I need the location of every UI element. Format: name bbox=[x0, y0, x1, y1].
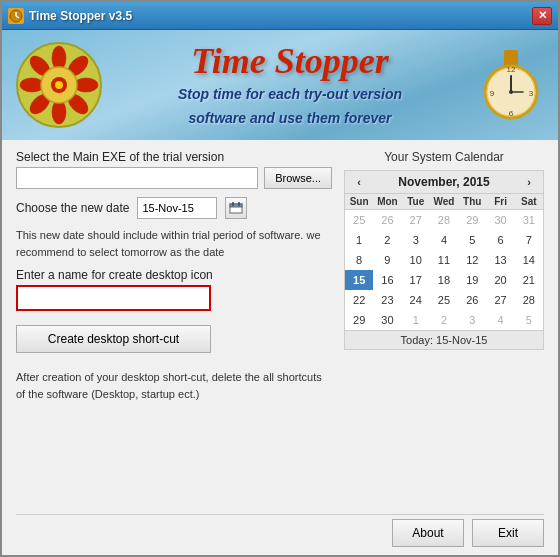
cal-cell[interactable]: 3 bbox=[458, 310, 486, 330]
exit-button[interactable]: Exit bbox=[472, 519, 544, 547]
content-area: Select the Main EXE of the trial version… bbox=[2, 140, 558, 514]
date-section: Choose the new date bbox=[16, 197, 332, 219]
cal-day-wed: Wed bbox=[430, 194, 458, 209]
cal-cell[interactable]: 3 bbox=[402, 230, 430, 250]
cal-cell[interactable]: 9 bbox=[373, 250, 401, 270]
cal-day-mon: Mon bbox=[373, 194, 401, 209]
cal-cell[interactable]: 25 bbox=[430, 290, 458, 310]
cal-cell[interactable]: 19 bbox=[458, 270, 486, 290]
cal-cell[interactable]: 5 bbox=[458, 230, 486, 250]
cal-cell[interactable]: 13 bbox=[486, 250, 514, 270]
cal-cell[interactable]: 18 bbox=[430, 270, 458, 290]
calendar-grid: 2526272829303112345678910111213141516171… bbox=[345, 210, 543, 330]
cal-month-year: November, 2015 bbox=[398, 175, 489, 189]
cal-cell[interactable]: 28 bbox=[430, 210, 458, 230]
cal-today-bar: Today: 15-Nov-15 bbox=[345, 330, 543, 349]
cal-cell[interactable]: 2 bbox=[430, 310, 458, 330]
cal-cell[interactable]: 26 bbox=[373, 210, 401, 230]
titlebar-left: Time Stopper v3.5 bbox=[8, 8, 132, 24]
banner-subtitle-2: software and use them forever bbox=[114, 109, 466, 129]
close-button[interactable]: ✕ bbox=[532, 7, 552, 25]
cal-cell[interactable]: 27 bbox=[486, 290, 514, 310]
date-input[interactable] bbox=[137, 197, 217, 219]
cal-day-tue: Tue bbox=[402, 194, 430, 209]
date-cal-button[interactable] bbox=[225, 197, 247, 219]
cal-cell[interactable]: 26 bbox=[458, 290, 486, 310]
svg-text:6: 6 bbox=[509, 109, 514, 118]
cal-cell[interactable]: 10 bbox=[402, 250, 430, 270]
icon-name-section: Enter a name for create desktop icon bbox=[16, 268, 332, 311]
cal-day-thu: Thu bbox=[458, 194, 486, 209]
titlebar-title: Time Stopper v3.5 bbox=[29, 9, 132, 23]
file-row: Browse... bbox=[16, 167, 332, 189]
cal-cell[interactable]: 1 bbox=[345, 230, 373, 250]
cal-cell[interactable]: 24 bbox=[402, 290, 430, 310]
svg-text:3: 3 bbox=[529, 89, 534, 98]
exe-section: Select the Main EXE of the trial version… bbox=[16, 150, 332, 189]
bottom-info-text: After creation of your desktop short-cut… bbox=[16, 369, 332, 402]
calendar: ‹ November, 2015 › Sun Mon Tue Wed Thu F… bbox=[344, 170, 544, 350]
create-shortcut-button[interactable]: Create desktop short-cut bbox=[16, 325, 211, 353]
main-window: Time Stopper v3.5 ✕ bbox=[0, 0, 560, 557]
cal-cell[interactable]: 14 bbox=[515, 250, 543, 270]
cal-cell[interactable]: 16 bbox=[373, 270, 401, 290]
svg-text:9: 9 bbox=[490, 89, 495, 98]
calendar-section: Your System Calendar ‹ November, 2015 › … bbox=[344, 150, 544, 350]
cal-cell[interactable]: 7 bbox=[515, 230, 543, 250]
cal-cell[interactable]: 29 bbox=[345, 310, 373, 330]
left-panel: Select the Main EXE of the trial version… bbox=[16, 150, 332, 504]
bottom-buttons: About Exit bbox=[2, 515, 558, 555]
cal-cell[interactable]: 29 bbox=[458, 210, 486, 230]
exe-input[interactable] bbox=[16, 167, 258, 189]
cal-cell[interactable]: 30 bbox=[373, 310, 401, 330]
cal-cell[interactable]: 5 bbox=[515, 310, 543, 330]
svg-point-24 bbox=[509, 90, 513, 94]
date-info-text: This new date should include within tria… bbox=[16, 227, 332, 260]
banner-text: Time Stopper Stop time for each try-out … bbox=[104, 42, 476, 129]
cal-cell[interactable]: 20 bbox=[486, 270, 514, 290]
about-button[interactable]: About bbox=[392, 519, 464, 547]
cal-cell[interactable]: 31 bbox=[515, 210, 543, 230]
cal-prev-button[interactable]: ‹ bbox=[351, 176, 367, 188]
banner-logo bbox=[14, 40, 104, 130]
cal-cell[interactable]: 4 bbox=[430, 230, 458, 250]
banner-title: Time Stopper bbox=[114, 42, 466, 82]
calendar-header: ‹ November, 2015 › bbox=[345, 171, 543, 194]
cal-days-header: Sun Mon Tue Wed Thu Fri Sat bbox=[345, 194, 543, 210]
browse-button[interactable]: Browse... bbox=[264, 167, 332, 189]
cal-cell[interactable]: 23 bbox=[373, 290, 401, 310]
exe-label: Select the Main EXE of the trial version bbox=[16, 150, 332, 164]
cal-cell[interactable]: 6 bbox=[486, 230, 514, 250]
svg-point-14 bbox=[55, 81, 63, 89]
cal-cell[interactable]: 25 bbox=[345, 210, 373, 230]
banner-clock-icon: 12 3 6 9 bbox=[476, 50, 546, 120]
cal-cell[interactable]: 8 bbox=[345, 250, 373, 270]
cal-day-sun: Sun bbox=[345, 194, 373, 209]
svg-text:12: 12 bbox=[507, 65, 516, 74]
titlebar: Time Stopper v3.5 ✕ bbox=[2, 2, 558, 30]
cal-cell[interactable]: 30 bbox=[486, 210, 514, 230]
svg-rect-26 bbox=[230, 204, 242, 207]
date-label: Choose the new date bbox=[16, 201, 129, 215]
icon-name-label: Enter a name for create desktop icon bbox=[16, 268, 332, 282]
cal-cell[interactable]: 21 bbox=[515, 270, 543, 290]
cal-cell[interactable]: 1 bbox=[402, 310, 430, 330]
cal-cell[interactable]: 22 bbox=[345, 290, 373, 310]
icon-name-input[interactable] bbox=[16, 285, 211, 311]
cal-day-sat: Sat bbox=[515, 194, 543, 209]
cal-cell[interactable]: 28 bbox=[515, 290, 543, 310]
cal-cell[interactable]: 27 bbox=[402, 210, 430, 230]
banner: Time Stopper Stop time for each try-out … bbox=[2, 30, 558, 140]
right-panel: Your System Calendar ‹ November, 2015 › … bbox=[344, 150, 544, 504]
cal-cell[interactable]: 15 bbox=[345, 270, 373, 290]
cal-cell[interactable]: 2 bbox=[373, 230, 401, 250]
banner-subtitle-1: Stop time for each try-out version bbox=[114, 85, 466, 105]
cal-day-fri: Fri bbox=[486, 194, 514, 209]
cal-cell[interactable]: 11 bbox=[430, 250, 458, 270]
cal-cell[interactable]: 12 bbox=[458, 250, 486, 270]
cal-next-button[interactable]: › bbox=[521, 176, 537, 188]
app-icon bbox=[8, 8, 24, 24]
calendar-title: Your System Calendar bbox=[344, 150, 544, 164]
cal-cell[interactable]: 17 bbox=[402, 270, 430, 290]
cal-cell[interactable]: 4 bbox=[486, 310, 514, 330]
